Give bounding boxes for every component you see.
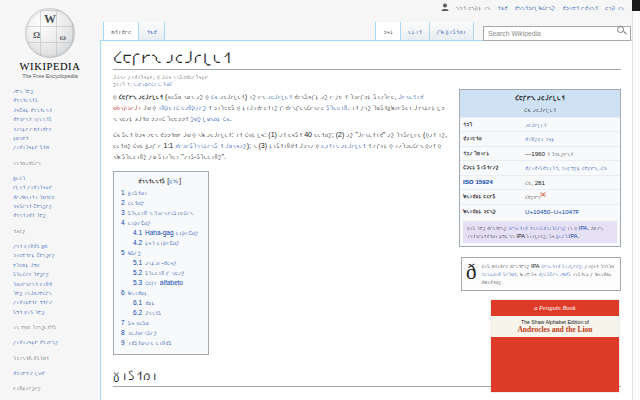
page-tab[interactable]: 𐑑𐑷𐑒 [138, 22, 164, 40]
personal-bar-item[interactable]: 𐑑𐑷𐑒 [497, 4, 507, 11]
infobox-value-text: —1960 𐑑 𐑐𐑮𐑧𐑟𐑩𐑯𐑑 [525, 150, 573, 157]
toc-item-label[interactable]: 𐑮𐑧𐑓𐑼𐑩𐑯𐑕𐑩𐑟 [128, 329, 157, 336]
sidebar-link[interactable]: 𐑳𐑐𐑤𐑴𐑛 𐑓𐑲𐑤 [13, 260, 100, 269]
sidebar-nav-group: 𐑥𐑱𐑯 𐑐𐑱𐑡𐑒𐑪𐑯𐑑𐑧𐑯𐑑𐑕𐑓𐑰𐑗𐑼𐑛 𐑒𐑪𐑯𐑑𐑧𐑯𐑑𐑒𐑳𐑮𐑩𐑯𐑑 𐑦𐑝𐑧𐑯𐑑… [0, 86, 100, 152]
ipa-notice-segment[interactable]: 𐑣𐑧𐑤𐑐:IPA [556, 233, 577, 239]
paragraph-segment[interactable]: 𐑓𐑩𐑯𐑧𐑑𐑦𐑒 [398, 93, 423, 101]
paragraph-segment[interactable]: 𐑖𐑷 [211, 93, 218, 101]
toc-item[interactable]: 6.2𐑓𐑪𐑯𐑑𐑕 [133, 308, 198, 318]
sidebar-link[interactable]: 𐑮𐑰𐑕𐑩𐑯𐑑 𐑗𐑱𐑯𐑡𐑩𐑟 [13, 201, 100, 210]
sidebar-link[interactable]: 𐑓𐑰𐑗𐑼𐑛 𐑒𐑪𐑯𐑑𐑧𐑯𐑑 [13, 105, 100, 114]
infobox-row: 𐑗𐑲𐑤𐑛 𐑕𐑦𐑕𐑑𐑩𐑥𐑟 𐑒𐑢𐑦𐑒-𐑕𐑒𐑮𐑦𐑐𐑑, 𐑮𐑦𐑝𐑲𐑟𐑛 𐑖𐑱𐑝𐑾𐑯, … [460, 160, 620, 174]
sidebar-link[interactable]: 𐑢𐑦𐑒𐑦𐑐𐑰𐑛𐑾 𐑕𐑑𐑹 [13, 142, 100, 151]
paragraph-segment[interactable]: 𐑤𐑨𐑑𐑦𐑯 𐑨𐑤𐑓𐑩𐑚𐑧𐑑 [321, 142, 366, 150]
toc-item-label[interactable]: 𐑖𐑱𐑝𐑩 alfabeto [145, 279, 183, 286]
toc-item[interactable]: 5.3𐑖𐑱𐑝𐑩 alfabeto [133, 278, 198, 288]
hatnote-segment: . 𐑢𐑦𐑞𐑬𐑑 𐑐𐑮𐑪𐑐𐑼 [581, 263, 614, 269]
sidebar-link[interactable]: 𐑒𐑪𐑯𐑑𐑨𐑒𐑑 𐑐𐑱𐑡 [13, 210, 100, 219]
toc-item-label[interactable]: 𐑿𐑕𐑩𐑡 [128, 249, 141, 256]
view-tab[interactable]: 𐑝𐑿 𐑣𐑦𐑕𐑑𐑼𐑦 [429, 22, 474, 40]
sidebar-link[interactable]: 𐑐𐑱𐑡 𐑦𐑯𐑓𐑼𐑥𐑱𐑖𐑩𐑯 [13, 288, 100, 297]
sidebar-link[interactable]: 𐑢𐑪𐑑 𐑤𐑦𐑙𐑒𐑕 𐑣𐑽 [13, 241, 100, 250]
infobox-row-label: 𐑗𐑲𐑤𐑛 𐑕𐑦𐑕𐑑𐑩𐑥𐑟 [460, 161, 522, 174]
toc-item[interactable]: 5.1𐑨𐑯𐑛𐑮𐑩-𐑒𐑤𐑰𐑟 [133, 258, 198, 268]
toc-item[interactable]: 8𐑮𐑧𐑓𐑼𐑩𐑯𐑕𐑩𐑟 [121, 328, 198, 338]
infobox-footnote-marker[interactable]: [a] [540, 192, 545, 197]
paragraph-segment[interactable]: 𐑡𐑹𐑡 𐑚𐑻𐑯𐑼𐑛 𐑖𐑷 [190, 115, 229, 123]
wikipedia-globe-logo[interactable]: W Ω ω [25, 8, 75, 58]
toc-item-label[interactable]: 𐑒𐑴𐑛 [145, 299, 155, 306]
sidebar-link[interactable]: 𐑮𐑦𐑤𐑱𐑑𐑩𐑛 𐑗𐑱𐑯𐑡𐑩𐑟 [13, 250, 100, 259]
browser-scrollbar[interactable] [632, 0, 640, 400]
wikipedia-wordmark[interactable]: WIKIPEDIA [0, 61, 100, 72]
hatnote-segment[interactable]: 𐑮𐑧𐑯𐑛𐑼𐑦𐑙 𐑕𐑩𐑐𐑹𐑑 [482, 271, 517, 277]
toc-item-label[interactable]: 𐑿𐑯𐑦𐑒𐑴𐑛 [128, 289, 148, 296]
toc-item[interactable]: 1𐑣𐑦𐑕𐑑𐑼𐑦 [121, 188, 198, 198]
paragraph-segment[interactable]: 𐑦𐑙𐑜𐑤𐑦𐑖 𐑤𐑨𐑙𐑜𐑢𐑩𐑡 [158, 104, 206, 112]
search-icon[interactable] [617, 26, 626, 35]
infobox-value-text[interactable]: 𐑒𐑦𐑙𐑟𐑤𐑦 𐑮𐑰𐑛 [525, 135, 555, 142]
toc-item[interactable]: 5.2𐑕𐑐𐑧𐑤𐑦𐑙 𐑝 𐑯𐑱𐑥𐑟 [133, 268, 198, 278]
jump-link-segment[interactable]: 𐑯𐑨𐑝𐑦𐑜𐑱𐑖𐑩𐑯 [133, 81, 160, 87]
sidebar-link[interactable]: 𐑕𐑐𐑧𐑖𐑩𐑤 𐑐𐑱𐑡𐑩𐑟 [13, 269, 100, 278]
sidebar-link[interactable]: 𐑩𐑚𐑬𐑑 𐑢𐑦𐑒𐑦𐑐𐑰𐑛𐑾 [13, 182, 100, 191]
hatnote-segment[interactable]: 𐑒𐑢𐑧𐑕𐑗𐑩𐑯 𐑥𐑸𐑒𐑕 [538, 271, 570, 277]
toc-item-label[interactable]: 𐑕𐑐𐑧𐑤𐑦𐑙 𐑯 𐑐𐑮𐑩𐑯𐑳𐑯𐑕𐑦𐑱𐑖𐑩𐑯 [128, 209, 193, 216]
toc-item[interactable]: 6.1𐑒𐑴𐑛 [133, 298, 198, 308]
toc-item-label[interactable]: 𐑕𐑐𐑧𐑤𐑦𐑙 𐑝 𐑯𐑱𐑥𐑟 [145, 269, 184, 276]
infobox-value-text[interactable]: U+10450–U+1047F [525, 208, 579, 215]
toc-item[interactable]: 4.2𐑛𐑰𐑐 𐑤𐑦𐑜𐑩𐑗𐑼𐑟 [133, 238, 198, 248]
ipa-notice-segment[interactable]: 𐑓𐑩𐑯𐑧𐑑𐑦𐑒 𐑑𐑮𐑨𐑯𐑕𐑒𐑮𐑦𐑐𐑖𐑩𐑯𐑟 [508, 225, 566, 231]
paragraph-segment[interactable]: 𐑒𐑩𐑮𐑩𐑕𐑐𐑪𐑯𐑛𐑩𐑯𐑕 𐑑 𐑓𐑴𐑯𐑰𐑥𐑟 [175, 142, 246, 150]
toc-item-label[interactable]: Haha-gag 𐑤𐑦𐑜𐑩𐑗𐑼𐑟 [145, 229, 198, 236]
ipa-notice-segment[interactable]: IPA [579, 225, 588, 231]
page-tab[interactable]: 𐑸𐑑𐑦𐑒𐑩𐑤 [103, 22, 139, 40]
sidebar-link[interactable]: 𐑕𐑲𐑑 𐑞𐑦𐑕 𐑐𐑱𐑡 [13, 307, 100, 316]
sidebar-link[interactable]: 𐑒𐑪𐑯𐑑𐑧𐑯𐑑𐑕 [13, 95, 100, 104]
toc-item[interactable]: 4.1Haha-gag 𐑤𐑦𐑜𐑩𐑗𐑼𐑟 [133, 228, 198, 238]
paragraph-segment[interactable]: 𐑹𐑔𐑪𐑜𐑮𐑩𐑓𐑦 [113, 104, 141, 112]
personal-bar-item[interactable]: 𐑤𐑪𐑜 𐑦𐑯 [605, 4, 624, 11]
sidebar-link[interactable]: 𐑐𐑻𐑥𐑩𐑯𐑩𐑯𐑑 𐑤𐑦𐑙𐑒 [13, 279, 100, 288]
toc-hide-toggle[interactable]: 𐑣𐑲𐑛 [169, 177, 179, 184]
toc-item[interactable]: 5𐑿𐑕𐑩𐑡 [121, 248, 198, 258]
toc-item[interactable]: 2𐑤𐑧𐑑𐑼𐑟 [121, 198, 198, 208]
sidebar-link[interactable]: 𐑒𐑳𐑮𐑩𐑯𐑑 𐑦𐑝𐑧𐑯𐑑𐑕 [13, 114, 100, 123]
personal-bar-item[interactable]: 𐑒𐑮𐑦𐑱𐑑 𐑩𐑒𐑬𐑯𐑑 [562, 4, 598, 11]
toc-item-label[interactable]: 𐑣𐑦𐑕𐑑𐑼𐑦 [128, 189, 148, 196]
toc-item[interactable]: 3𐑕𐑐𐑧𐑤𐑦𐑙 𐑯 𐑐𐑮𐑩𐑯𐑳𐑯𐑕𐑦𐑱𐑖𐑩𐑯 [121, 208, 198, 218]
toc-item-label[interactable]: 𐑤𐑦𐑜𐑩𐑗𐑼𐑟 [128, 219, 151, 226]
toc-item-label[interactable]: 𐑓𐑪𐑯𐑑𐑕 [145, 309, 161, 316]
infobox-value-text[interactable]: 𐑒𐑢𐑦𐑒-𐑕𐑒𐑮𐑦𐑐𐑑, 𐑮𐑦𐑝𐑲𐑟𐑛 𐑖𐑱𐑝𐑾𐑯, 𐑖𐑷 [525, 164, 607, 171]
view-tab[interactable]: 𐑧𐑛𐑦𐑑 [400, 22, 430, 40]
sidebar-link[interactable]: 𐑥𐑱𐑯 𐑐𐑱𐑡 [13, 86, 100, 95]
toc-item-label[interactable]: 𐑦𐑒𐑕𐑑𐑻𐑯𐑩𐑤 𐑤𐑦𐑙𐑒𐑕 [128, 339, 172, 346]
toc-item-label[interactable]: 𐑛𐑰𐑐 𐑤𐑦𐑜𐑩𐑗𐑼𐑟 [145, 239, 179, 246]
toc-item[interactable]: 6𐑿𐑯𐑦𐑒𐑴𐑛 [121, 288, 198, 298]
hatnote-segment[interactable]: 𐑓𐑩𐑯𐑧𐑑𐑦𐑒 𐑕𐑦𐑥𐑚𐑩𐑤𐑟 [541, 263, 582, 269]
jump-link-segment[interactable]: 𐑕𐑻𐑗 [163, 81, 172, 87]
toc-item[interactable]: 4𐑤𐑦𐑜𐑩𐑗𐑼𐑟 [121, 218, 198, 228]
sidebar-link[interactable]: 𐑢𐑦𐑒𐑦𐑛𐑱𐑑𐑩 𐑲𐑑𐑩𐑥 [13, 297, 100, 306]
sidebar-link[interactable]: 𐑛𐑴𐑯𐑱𐑑 [13, 133, 100, 142]
personal-bar-item[interactable]: 𐑒𐑪𐑯𐑑𐑮𐑩𐑚𐑿𐑖𐑩𐑯𐑟 [514, 4, 555, 11]
sidebar-link[interactable]: 𐑮𐑨𐑯𐑛𐑩𐑥 𐑸𐑑𐑦𐑒𐑩𐑤 [13, 124, 100, 133]
toc-item-label[interactable]: 𐑤𐑧𐑑𐑼𐑟 [128, 199, 144, 206]
book-cover-imprint: a Penguin Book [491, 300, 619, 311]
toc-item-number: 5.2 [133, 269, 142, 276]
view-tab[interactable]: 𐑮𐑰𐑛 [375, 22, 401, 40]
androcles-book-cover-image[interactable]: a Penguin Book The Shaw Alphabet Edition… [491, 300, 619, 392]
sidebar-link[interactable]: 𐑢𐑦𐑒𐑦𐑥𐑰𐑛𐑾 𐑒𐑪𐑥𐑩𐑯𐑟 [13, 337, 100, 346]
sidebar-link[interactable]: 𐑒𐑩𐑥𐑿𐑯𐑦𐑑𐑦 𐑐𐑹𐑑𐑩𐑤 [13, 192, 100, 201]
sidebar-link[interactable]: 𐑣𐑧𐑤𐑐 [13, 173, 100, 182]
search-input[interactable] [483, 26, 631, 41]
infobox-row-label[interactable]: ISO 15924 [460, 176, 522, 189]
toc-item[interactable]: 7𐑕𐑰 𐑷𐑤𐑕𐑴 [121, 318, 198, 328]
toc-item-label[interactable]: 𐑨𐑯𐑛𐑮𐑩-𐑒𐑤𐑰𐑟 [145, 259, 176, 266]
paragraph-segment[interactable]: 𐑕𐑐𐑧𐑤𐑦𐑙 [326, 104, 347, 112]
sidebar-link[interactable]: 𐑒𐑮𐑦𐑱𐑑 𐑩 𐑚𐑫𐑒 [13, 368, 100, 377]
toc-item-label[interactable]: 𐑕𐑰 𐑷𐑤𐑕𐑴 [128, 319, 149, 326]
toc-item[interactable]: 9𐑦𐑒𐑕𐑑𐑻𐑯𐑩𐑤 𐑤𐑦𐑙𐑒𐑕 [121, 338, 198, 348]
paragraph-segment[interactable]: 𐑨𐑤𐑓𐑩𐑚𐑧𐑑 [267, 93, 292, 101]
infobox-value-text[interactable]: 𐑨𐑤𐑓𐑩𐑚𐑧𐑑 [525, 121, 547, 128]
